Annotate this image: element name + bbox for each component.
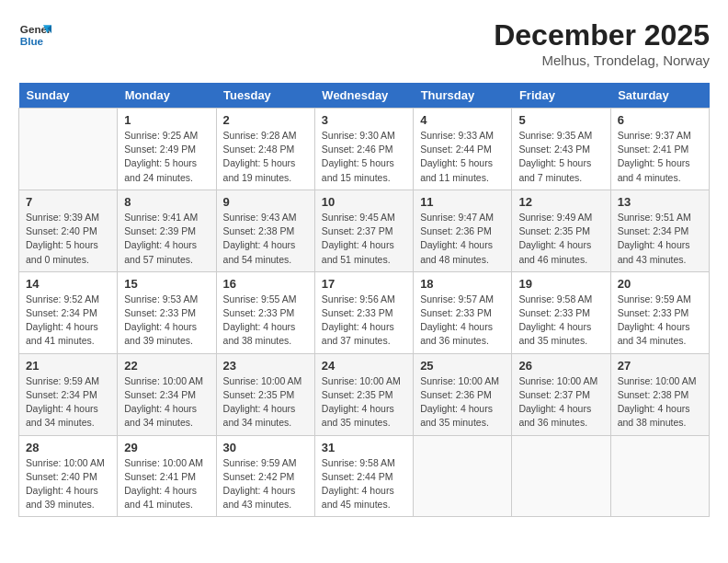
sunset-text: Sunset: 2:34 PM [26,307,97,318]
daylight-line2: and 37 minutes. [322,335,391,346]
cell-detail: Sunrise: 9:59 AMSunset: 2:34 PMDaylight:… [26,374,110,431]
cell-detail: Sunrise: 9:30 AMSunset: 2:46 PMDaylight:… [322,129,406,185]
calendar-header-row: SundayMondayTuesdayWednesdayThursdayFrid… [19,83,710,109]
day-number: 8 [124,195,209,209]
daylight-line2: and 43 minutes. [618,254,687,265]
calendar-week-5: 28Sunrise: 10:00 AMSunset: 2:40 PMDaylig… [19,435,710,517]
daylight-line2: and 35 minutes. [518,335,587,346]
daylight-line1: Daylight: 5 hours [518,157,591,168]
cell-detail: Sunrise: 9:37 AMSunset: 2:41 PMDaylight:… [618,129,702,185]
sunrise-text: Sunrise: 10:00 AM [518,375,597,386]
calendar-cell: 25Sunrise: 10:00 AMSunset: 2:36 PMDaylig… [414,353,512,435]
day-number: 15 [124,277,209,291]
logo-icon: General Blue [18,18,51,52]
sunrise-text: Sunrise: 9:39 AM [26,212,99,223]
daylight-line1: Daylight: 4 hours [322,485,394,496]
calendar-cell [414,435,512,517]
day-number: 1 [124,113,209,127]
cell-detail: Sunrise: 9:39 AMSunset: 2:40 PMDaylight:… [26,211,110,267]
sunrise-text: Sunrise: 9:52 AM [26,293,99,304]
day-number: 10 [322,195,406,209]
sunset-text: Sunset: 2:49 PM [124,144,196,155]
logo: General Blue [18,18,51,52]
sunrise-text: Sunrise: 9:41 AM [124,212,198,223]
calendar-cell: 8Sunrise: 9:41 AMSunset: 2:39 PMDaylight… [118,190,216,271]
daylight-line2: and 0 minutes. [26,254,89,265]
svg-text:Blue: Blue [20,35,44,47]
daylight-line1: Daylight: 5 hours [420,157,493,168]
day-header-wednesday: Wednesday [314,83,413,109]
day-number: 6 [618,113,702,127]
sunset-text: Sunset: 2:34 PM [618,225,689,236]
daylight-line2: and 11 minutes. [420,172,489,183]
sunrise-text: Sunrise: 9:53 AM [124,293,198,304]
cell-detail: Sunrise: 10:00 AMSunset: 2:41 PMDaylight… [124,456,209,512]
day-number: 18 [420,277,505,291]
cell-detail: Sunrise: 10:00 AMSunset: 2:38 PMDaylight… [618,374,702,431]
sunset-text: Sunset: 2:33 PM [518,307,590,318]
calendar-cell: 9Sunrise: 9:43 AMSunset: 2:38 PMDaylight… [216,190,314,271]
sunrise-text: Sunrise: 9:47 AM [420,212,494,223]
sunrise-text: Sunrise: 9:57 AM [420,293,494,304]
sunrise-text: Sunrise: 9:37 AM [618,130,691,141]
day-number: 17 [322,277,406,291]
daylight-line2: and 54 minutes. [223,254,292,265]
daylight-line2: and 15 minutes. [322,172,391,183]
day-number: 26 [518,359,603,373]
sunset-text: Sunset: 2:38 PM [618,389,689,400]
daylight-line1: Daylight: 4 hours [618,239,690,250]
daylight-line1: Daylight: 4 hours [223,321,296,332]
sunset-text: Sunset: 2:35 PM [518,225,590,236]
daylight-line2: and 35 minutes. [420,417,489,428]
day-number: 7 [26,195,110,209]
daylight-line1: Daylight: 4 hours [518,239,591,250]
daylight-line1: Daylight: 5 hours [322,157,394,168]
daylight-line1: Daylight: 4 hours [124,321,197,332]
sunrise-text: Sunrise: 9:43 AM [223,212,297,223]
sunrise-text: Sunrise: 9:49 AM [518,212,592,223]
day-number: 30 [223,441,308,454]
daylight-line1: Daylight: 4 hours [618,321,690,332]
daylight-line1: Daylight: 4 hours [322,321,394,332]
sunrise-text: Sunrise: 9:59 AM [223,457,297,468]
day-number: 16 [223,277,308,291]
cell-detail: Sunrise: 9:58 AMSunset: 2:33 PMDaylight:… [518,293,603,349]
daylight-line2: and 38 minutes. [223,335,292,346]
calendar-cell: 17Sunrise: 9:56 AMSunset: 2:33 PMDayligh… [314,271,413,353]
sunset-text: Sunset: 2:40 PM [26,225,97,236]
day-number: 4 [420,113,505,127]
day-number: 2 [223,113,308,127]
calendar-cell: 23Sunrise: 10:00 AMSunset: 2:35 PMDaylig… [216,353,314,435]
daylight-line2: and 46 minutes. [518,254,587,265]
calendar-cell: 16Sunrise: 9:55 AMSunset: 2:33 PMDayligh… [216,271,314,353]
sunrise-text: Sunrise: 10:00 AM [124,375,203,386]
day-number: 5 [518,113,603,127]
sunset-text: Sunset: 2:33 PM [223,307,295,318]
calendar-cell: 18Sunrise: 9:57 AMSunset: 2:33 PMDayligh… [414,271,512,353]
daylight-line1: Daylight: 4 hours [322,403,394,414]
calendar-cell: 4Sunrise: 9:33 AMSunset: 2:44 PMDaylight… [414,109,512,190]
daylight-line1: Daylight: 4 hours [322,239,394,250]
daylight-line1: Daylight: 4 hours [124,485,197,496]
daylight-line1: Daylight: 4 hours [618,403,690,414]
daylight-line2: and 7 minutes. [518,172,582,183]
calendar-cell: 7Sunrise: 9:39 AMSunset: 2:40 PMDaylight… [19,190,118,271]
day-number: 29 [124,441,209,454]
calendar-cell: 10Sunrise: 9:45 AMSunset: 2:37 PMDayligh… [314,190,413,271]
daylight-line2: and 41 minutes. [26,335,95,346]
daylight-line2: and 48 minutes. [420,254,489,265]
cell-detail: Sunrise: 9:28 AMSunset: 2:48 PMDaylight:… [223,129,308,185]
sunset-text: Sunset: 2:46 PM [322,144,393,155]
daylight-line2: and 45 minutes. [322,499,391,510]
sunrise-text: Sunrise: 10:00 AM [124,457,203,468]
location: Melhus, Trondelag, Norway [494,52,710,68]
calendar-cell: 29Sunrise: 10:00 AMSunset: 2:41 PMDaylig… [118,435,216,517]
sunrise-text: Sunrise: 9:55 AM [223,293,297,304]
sunset-text: Sunset: 2:35 PM [223,389,295,400]
daylight-line1: Daylight: 4 hours [124,239,197,250]
sunset-text: Sunset: 2:36 PM [420,225,492,236]
sunset-text: Sunset: 2:42 PM [223,471,295,482]
sunrise-text: Sunrise: 10:00 AM [26,457,105,468]
daylight-line1: Daylight: 4 hours [26,403,98,414]
sunrise-text: Sunrise: 9:45 AM [322,212,395,223]
